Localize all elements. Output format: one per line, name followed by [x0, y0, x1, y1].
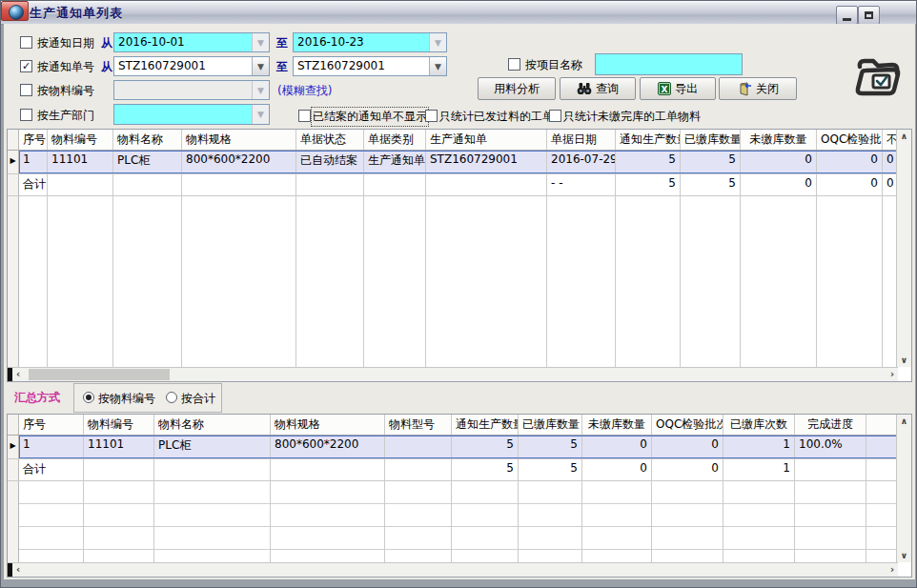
chevron-down-icon[interactable]: ▼ [252, 57, 269, 75]
grid-cell[interactable]: 0 [652, 436, 723, 458]
scroll-down-icon[interactable]: ∨ [897, 355, 911, 365]
row-indicator[interactable]: ▶ [8, 151, 19, 173]
notice-date-to-combo[interactable]: 2016-10-23 ▼ [293, 32, 447, 52]
grid-cell[interactable]: 0 [817, 151, 883, 173]
column-header[interactable]: 生产通知单 [426, 130, 547, 150]
scroll-down-icon[interactable]: ∨ [897, 551, 911, 560]
column-header[interactable]: 序号 [19, 130, 48, 150]
grid-cell[interactable] [296, 174, 364, 195]
grid-cell[interactable] [182, 174, 296, 195]
grid-cell[interactable]: 5 [519, 459, 582, 480]
column-header[interactable]: 物料名称 [154, 415, 271, 435]
grid-cell[interactable]: 5 [681, 151, 741, 173]
column-header[interactable]: 单据类别 [364, 130, 426, 150]
grid-cell[interactable]: 0 [582, 436, 652, 458]
title-bar[interactable]: 生产通知单列表 ✕ [1, 1, 917, 25]
chevron-down-icon[interactable]: ▼ [429, 57, 446, 75]
column-header[interactable]: OQC检验批次 [652, 415, 723, 435]
grid-cell[interactable] [866, 459, 898, 480]
summary-grid-vscrollbar[interactable]: ∧ ∨ [896, 415, 911, 562]
by-total-radio-label[interactable]: 按合计 [181, 391, 215, 407]
grid-cell[interactable]: 1 [723, 436, 795, 458]
chevron-down-icon[interactable]: ▼ [252, 81, 269, 99]
scroll-up-icon[interactable]: ∧ [897, 416, 911, 426]
material-no-combo[interactable]: ▼ [113, 80, 270, 100]
column-header[interactable]: 物料规格 [182, 130, 296, 150]
column-header[interactable]: 通知生产数量 [616, 130, 681, 150]
grid-cell[interactable]: 生产通知单 [364, 151, 426, 173]
notice-no-checkbox[interactable] [20, 60, 32, 72]
grid-cell[interactable]: 800*600*2200 [182, 151, 296, 173]
by-material-radio[interactable] [83, 392, 94, 403]
column-header[interactable]: 物料编号 [48, 130, 113, 150]
grid-cell[interactable] [795, 459, 866, 480]
minimize-button[interactable] [836, 6, 858, 25]
scroll-left-icon[interactable]: ‹ [16, 368, 20, 381]
grid-cell[interactable] [866, 436, 898, 458]
grid-cell[interactable]: PLC柜 [154, 436, 271, 458]
grid-cell[interactable] [84, 459, 154, 480]
grid-cell[interactable] [364, 174, 426, 195]
column-header[interactable]: 已缴库数量 [681, 130, 741, 150]
grid-cell[interactable]: 11101 [84, 436, 154, 458]
grid-cell[interactable]: 0 [652, 459, 723, 480]
by-material-radio-label[interactable]: 按物料编号 [98, 391, 155, 407]
grid-cell[interactable]: 5 [681, 174, 741, 195]
material-no-checkbox[interactable] [20, 84, 32, 96]
column-header[interactable]: 未缴库数量 [741, 130, 817, 150]
scroll-left-icon[interactable]: ‹ [16, 563, 20, 577]
close-form-button[interactable]: 关闭 [719, 77, 797, 100]
grid-cell[interactable]: 100.0% [795, 436, 866, 458]
notice-no-to-combo[interactable]: STZ160729001 ▼ [293, 56, 447, 76]
table-row[interactable]: ▶111101PLC柜800*600*220055001100.0% [8, 436, 898, 459]
grid-cell[interactable]: 0 [741, 174, 817, 195]
grid-cell[interactable]: 已自动结案 [296, 151, 364, 173]
chevron-down-icon[interactable]: ▼ [429, 33, 446, 51]
notice-no-from-combo[interactable]: STZ160729001 ▼ [113, 56, 270, 76]
table-row[interactable]: ▶111101PLC柜800*600*2200已自动结案生产通知单STZ1607… [8, 151, 898, 174]
grid-cell[interactable] [113, 174, 182, 195]
scroll-right-icon[interactable]: › [890, 563, 894, 577]
grid-cell[interactable]: 0 [741, 151, 817, 173]
hide-closed-checkbox[interactable] [298, 110, 311, 122]
notice-date-checkbox[interactable] [20, 36, 32, 49]
maximize-button[interactable] [858, 6, 880, 25]
grid-cell[interactable]: 5 [519, 436, 582, 458]
main-grid-hscrollbar[interactable]: ‹ › [8, 367, 898, 381]
hide-closed-label[interactable]: 已结案的通知单不显示 [313, 109, 427, 125]
column-header[interactable]: 序号 [19, 415, 84, 435]
column-header[interactable]: OQC检验批次 [817, 130, 883, 150]
prod-dept-combo[interactable]: ▼ [113, 104, 270, 125]
column-header[interactable]: 单据状态 [296, 130, 364, 150]
grid-cell[interactable]: - - [547, 174, 616, 195]
grid-cell[interactable]: 1 [723, 459, 795, 480]
grid-cell[interactable] [271, 459, 385, 480]
grid-cell[interactable]: 1 [19, 436, 84, 458]
grid-cell[interactable] [385, 459, 452, 480]
row-indicator[interactable]: ▶ [8, 436, 19, 458]
by-total-radio[interactable] [166, 392, 177, 403]
grid-cell[interactable]: 0 [817, 174, 883, 195]
grid-cell[interactable]: 2016-07-29 [547, 151, 616, 173]
grid-cell[interactable] [426, 174, 547, 195]
column-header[interactable]: 单据日期 [547, 130, 616, 150]
grid-cell[interactable]: 合计 [19, 459, 84, 480]
grid-cell[interactable]: STZ160729001 [426, 151, 547, 173]
chevron-down-icon[interactable]: ▼ [252, 105, 269, 124]
column-header[interactable]: 通知生产数量 [452, 415, 519, 435]
export-button[interactable]: X 导出 [640, 77, 716, 100]
notice-date-from-combo[interactable]: 2016-10-01 ▼ [113, 32, 270, 52]
column-header[interactable]: 未缴库数量 [582, 415, 652, 435]
prod-dept-checkbox[interactable] [20, 109, 32, 121]
summary-grid-hscrollbar[interactable]: ‹ › [8, 562, 898, 577]
query-button[interactable]: 查询 [560, 77, 636, 100]
main-grid-hscroll-thumb[interactable] [29, 369, 170, 380]
column-header[interactable]: 物料名称 [113, 130, 182, 150]
grid-cell[interactable]: 800*600*2200 [271, 436, 385, 458]
main-grid-vscrollbar[interactable]: ∧ ∨ [896, 130, 911, 367]
scroll-up-icon[interactable]: ∧ [897, 132, 911, 141]
column-header[interactable]: 已缴库数量 [519, 415, 582, 435]
chevron-down-icon[interactable]: ▼ [252, 33, 269, 51]
project-name-checkbox[interactable] [508, 58, 520, 71]
grid-cell[interactable]: 5 [616, 174, 681, 195]
